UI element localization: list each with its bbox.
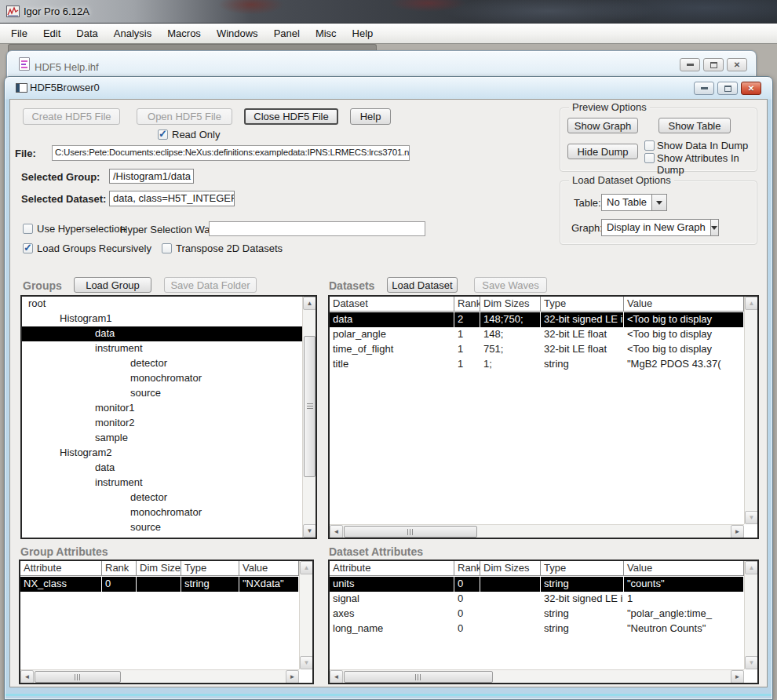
scrollbar-thumb[interactable]	[344, 526, 477, 538]
load-groups-recursively-checkbox[interactable]	[23, 243, 33, 253]
graph-combo[interactable]: Display in New Graph	[601, 219, 719, 236]
chevron-down-icon[interactable]	[651, 195, 666, 210]
show-attributes-in-dump-checkbox[interactable]	[644, 153, 655, 163]
read-only-checkbox[interactable]	[158, 129, 168, 140]
column-header-dim-sizes[interactable]: Dim Sizes	[137, 561, 181, 575]
tree-item-source[interactable]: source	[22, 520, 302, 535]
tree-item-monitor1[interactable]: monitor1	[22, 401, 302, 416]
table-row-title[interactable]: title11;string"MgB2 PDOS 43.37(	[330, 357, 744, 372]
datasets-horizontal-scrollbar[interactable]: ◄ ►	[330, 524, 744, 538]
scroll-right-icon[interactable]: ►	[731, 670, 744, 684]
scroll-right-icon[interactable]: ►	[286, 670, 299, 684]
table-combo[interactable]: No Table	[601, 194, 667, 211]
browser-minimize-button[interactable]	[694, 82, 714, 95]
scroll-down-icon[interactable]: ▼	[300, 656, 313, 669]
scroll-down-icon[interactable]: ▼	[745, 656, 758, 669]
tree-item-detector[interactable]: detector	[22, 356, 302, 371]
group-attrs-horizontal-scrollbar[interactable]: ◄ ►	[20, 669, 299, 683]
menu-item-file[interactable]: File	[3, 24, 35, 43]
create-hdf5-file-button[interactable]: Create HDF5 File	[23, 108, 120, 125]
scrollbar-thumb[interactable]	[344, 671, 493, 683]
browser-close-button[interactable]: ✕	[741, 82, 761, 95]
dataset-attrs-horizontal-scrollbar[interactable]: ◄ ►	[330, 669, 744, 683]
datasets-vertical-scrollbar[interactable]: ▲ ▼	[744, 297, 757, 524]
column-header-dim-sizes[interactable]: Dim Sizes	[480, 561, 541, 575]
column-header-attribute[interactable]: Attribute	[20, 561, 102, 575]
scrollbar-thumb[interactable]	[35, 671, 121, 683]
scroll-up-icon[interactable]: ▲	[303, 297, 316, 310]
column-header-rank[interactable]: Rank	[102, 561, 137, 575]
menu-item-analysis[interactable]: Analysis	[106, 24, 159, 43]
table-row-signal[interactable]: signal032-bit signed LE int1	[330, 592, 744, 607]
app-titlebar[interactable]: Igor Pro 6.12A	[0, 0, 777, 24]
transpose-2d-datasets-checkbox[interactable]	[162, 243, 172, 253]
dataset-attrs-vertical-scrollbar[interactable]: ▲ ▼	[744, 561, 757, 669]
menu-item-edit[interactable]: Edit	[35, 24, 68, 43]
help-close-button[interactable]: ✕	[727, 58, 747, 71]
table-row-units[interactable]: units0string"counts"	[330, 577, 744, 592]
tree-item-instrument[interactable]: instrument	[22, 341, 302, 356]
help-maximize-button[interactable]	[703, 58, 724, 71]
column-header-attribute[interactable]: Attribute	[330, 561, 454, 575]
tree-item-monitor2[interactable]: monitor2	[22, 416, 302, 431]
column-header-value[interactable]: Value	[624, 297, 744, 311]
browser-maximize-button[interactable]	[717, 82, 738, 95]
scroll-left-icon[interactable]: ◄	[330, 525, 343, 538]
show-graph-button[interactable]: Show Graph	[567, 118, 638, 133]
scrollbar-thumb[interactable]	[304, 336, 316, 477]
table-row-long_name[interactable]: long_name0string"Neutron Counts"	[330, 622, 744, 636]
menu-item-help[interactable]: Help	[345, 24, 381, 43]
tree-item-monochromator[interactable]: monochromator	[22, 371, 302, 386]
column-header-type[interactable]: Type	[541, 561, 624, 575]
tree-item-root[interactable]: root	[22, 297, 302, 312]
column-header-value[interactable]: Value	[239, 561, 299, 575]
help-button[interactable]: Help	[350, 108, 391, 125]
menu-item-data[interactable]: Data	[68, 24, 105, 43]
scroll-right-icon[interactable]: ►	[731, 525, 744, 538]
tree-item-Histogram2[interactable]: Histogram2	[22, 446, 302, 461]
tree-item-data[interactable]: data	[22, 461, 302, 476]
menu-item-panel[interactable]: Panel	[266, 24, 308, 43]
tree-item-instrument[interactable]: instrument	[22, 476, 302, 490]
save-waves-button[interactable]: Save Waves	[474, 277, 547, 293]
hyper-selection-wave-input[interactable]	[209, 221, 425, 236]
scroll-down-icon[interactable]: ▼	[303, 524, 316, 538]
tree-item-source[interactable]: source	[22, 386, 302, 401]
file-path-field[interactable]: C:Users:Pete:Documents:eclipse:NeXus:def…	[52, 145, 410, 161]
hide-dump-button[interactable]: Hide Dump	[567, 144, 638, 159]
column-header-dataset[interactable]: Dataset	[330, 297, 454, 311]
group-attrs-vertical-scrollbar[interactable]: ▲ ▼	[299, 561, 312, 669]
chevron-down-icon[interactable]	[710, 220, 718, 235]
column-header-rank[interactable]: Rank	[454, 297, 480, 311]
help-minimize-button[interactable]	[680, 58, 700, 71]
table-row-data[interactable]: data2148;750;32-bit signed LE in<Too big…	[330, 312, 744, 327]
column-header-rank[interactable]: Rank	[454, 561, 480, 575]
menu-item-windows[interactable]: Windows	[209, 24, 266, 43]
table-row-NX_class[interactable]: NX_class0string"NXdata"	[20, 577, 299, 592]
load-group-button[interactable]: Load Group	[74, 277, 151, 293]
open-hdf5-file-button[interactable]: Open HDF5 File	[137, 108, 232, 125]
tree-item-sample[interactable]: sample	[22, 431, 302, 446]
load-dataset-button[interactable]: Load Dataset	[387, 277, 458, 293]
scroll-up-icon[interactable]: ▲	[745, 297, 758, 310]
scroll-left-icon[interactable]: ◄	[20, 670, 34, 684]
column-header-type[interactable]: Type	[541, 297, 624, 311]
use-hyperselection-checkbox[interactable]	[23, 224, 33, 234]
table-row-axes[interactable]: axes0string"polar_angle:time_	[330, 607, 744, 622]
scroll-up-icon[interactable]: ▲	[745, 561, 758, 574]
table-row-time_of_flight[interactable]: time_of_flight1751;32-bit LE float<Too b…	[330, 342, 744, 357]
close-hdf5-file-button[interactable]: Close HDF5 File	[244, 108, 338, 125]
groups-vertical-scrollbar[interactable]: ▲ ▼	[302, 297, 316, 538]
scroll-down-icon[interactable]: ▼	[745, 511, 758, 524]
scroll-up-icon[interactable]: ▲	[300, 561, 313, 574]
column-header-dim-sizes[interactable]: Dim Sizes	[480, 297, 541, 311]
tree-item-monochromator[interactable]: monochromator	[22, 505, 302, 520]
scroll-left-icon[interactable]: ◄	[330, 670, 343, 684]
table-row-polar_angle[interactable]: polar_angle1148;32-bit LE float<Too big …	[330, 327, 744, 342]
column-header-value[interactable]: Value	[624, 561, 744, 575]
tree-item-Histogram1[interactable]: Histogram1	[22, 312, 302, 326]
show-data-in-dump-checkbox[interactable]	[644, 140, 655, 151]
save-data-folder-button[interactable]: Save Data Folder	[164, 277, 257, 293]
tree-item-data[interactable]: data	[22, 326, 302, 341]
menu-item-misc[interactable]: Misc	[308, 24, 345, 43]
